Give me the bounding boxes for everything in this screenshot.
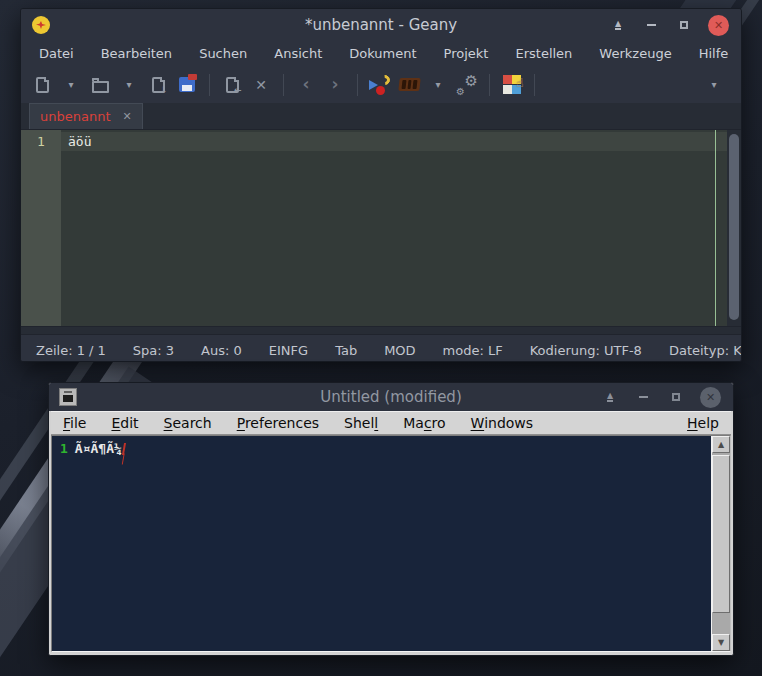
- geany-menubar: Datei Bearbeiten Suchen Ansicht Dokument…: [21, 41, 741, 66]
- save-icon: ↓: [152, 77, 165, 93]
- back-icon: ‹: [302, 76, 309, 93]
- revert-icon: ←: [226, 77, 239, 93]
- scrollbar-thumb[interactable]: [712, 455, 730, 613]
- build-brick-icon: [398, 78, 420, 91]
- menu-dokument[interactable]: Dokument: [340, 44, 425, 63]
- menu-datei[interactable]: Datei: [30, 44, 83, 63]
- build-button[interactable]: [398, 72, 420, 98]
- menu-erstellen[interactable]: Erstellen: [506, 44, 581, 63]
- revert-button[interactable]: ←: [221, 72, 243, 98]
- close-button[interactable]: ✕: [708, 15, 729, 36]
- shade-button[interactable]: ▲: [601, 388, 619, 406]
- toolbar-separator: [534, 74, 535, 96]
- status-encoding: Kodierung: UTF-8: [530, 343, 642, 358]
- nedit-text-editor[interactable]: 1Ã¤Ã¶Ã¼: [52, 436, 711, 651]
- new-document-icon: [36, 77, 49, 93]
- status-modified: MOD: [384, 343, 415, 358]
- minimize-button[interactable]: [642, 16, 660, 34]
- compile-icon: [369, 75, 391, 95]
- menu-preferences[interactable]: Preferences: [237, 415, 319, 431]
- toolbar-separator: [283, 74, 284, 96]
- nedit-scrollbar[interactable]: ▲ ▼: [711, 436, 730, 651]
- navigate-forward-button[interactable]: ›: [324, 72, 346, 98]
- forward-icon: ›: [331, 76, 338, 93]
- scroll-down-icon: ▼: [718, 638, 724, 647]
- menu-search[interactable]: Search: [164, 415, 212, 431]
- nedit-text-area-frame: 1Ã¤Ã¶Ã¼ ▲ ▼: [51, 435, 731, 652]
- color-chooser-button[interactable]: ☝: [501, 72, 523, 98]
- menu-windows[interactable]: Windows: [471, 415, 534, 431]
- tab-close-icon[interactable]: ✕: [123, 110, 132, 123]
- maximize-button[interactable]: [667, 388, 685, 406]
- geany-window: *unbenannt - Geany ▲ ✕ Datei Bearbeiten …: [20, 8, 742, 362]
- save-button[interactable]: ↓: [147, 72, 169, 98]
- open-file-button[interactable]: [89, 72, 111, 98]
- close-icon: ✕: [255, 77, 267, 93]
- menu-werkzeuge[interactable]: Werkzeuge: [590, 44, 680, 63]
- scrollbar-thumb[interactable]: [729, 134, 739, 320]
- menu-help[interactable]: Help: [687, 415, 719, 431]
- minimize-icon: [639, 396, 648, 398]
- new-document-dropdown[interactable]: ▾: [60, 72, 82, 98]
- geany-editor-area[interactable]: 1 äöü: [21, 130, 741, 326]
- menu-ansicht[interactable]: Ansicht: [265, 44, 331, 63]
- execute-button[interactable]: ⚙⚙: [456, 72, 478, 98]
- save-all-button[interactable]: [176, 72, 198, 98]
- geany-toolbar: ▾ ▾ ↓ ← ✕ ‹ › ▾ ⚙⚙ ☝ ▾: [21, 66, 741, 103]
- chevron-down-icon: ▾: [711, 79, 716, 90]
- scroll-down-button[interactable]: ▼: [712, 634, 730, 651]
- horizontal-scroll-strip: [21, 326, 741, 334]
- status-filetype: Dateityp: Keiner ...: [669, 343, 742, 358]
- geany-titlebar[interactable]: *unbenannt - Geany ▲ ✕: [21, 9, 741, 41]
- chevron-down-icon: ▾: [68, 79, 73, 90]
- toolbar-separator: [489, 74, 490, 96]
- minimize-icon: [647, 24, 656, 26]
- geany-text-editor[interactable]: äöü: [61, 130, 727, 326]
- shade-button[interactable]: ▲: [609, 16, 627, 34]
- maximize-icon: [672, 393, 680, 401]
- close-button[interactable]: ✕: [700, 387, 721, 408]
- menu-suchen[interactable]: Suchen: [190, 44, 256, 63]
- navigate-back-button[interactable]: ‹: [295, 72, 317, 98]
- build-dropdown[interactable]: ▾: [427, 72, 449, 98]
- menu-macro[interactable]: Macro: [403, 415, 445, 431]
- status-tab-mode: Tab: [335, 343, 357, 358]
- menu-projekt[interactable]: Projekt: [435, 44, 498, 63]
- pointer-hand-icon: ☝: [516, 76, 523, 90]
- color-chooser-icon: ☝: [503, 75, 522, 94]
- editor-scrollbar[interactable]: [727, 130, 741, 326]
- editor-text: äöü: [61, 130, 727, 151]
- tab-label: unbenannt: [40, 109, 111, 124]
- text-caret: [122, 443, 126, 455]
- open-folder-icon: [92, 81, 109, 93]
- new-document-button[interactable]: [31, 72, 53, 98]
- minimize-button[interactable]: [634, 388, 652, 406]
- nedit-titlebar[interactable]: Untitled (modified) ▲ ✕: [49, 383, 733, 411]
- line-number: 1: [37, 134, 45, 149]
- nedit-menubar: File Edit Search Preferences Shell Macro…: [51, 411, 731, 435]
- menu-edit[interactable]: Edit: [111, 415, 138, 431]
- menu-shell[interactable]: Shell: [344, 415, 378, 431]
- scroll-up-button[interactable]: ▲: [712, 436, 730, 453]
- maximize-button[interactable]: [675, 16, 693, 34]
- shade-icon: ▲: [607, 393, 613, 402]
- compile-button[interactable]: [369, 72, 391, 98]
- open-file-dropdown[interactable]: ▾: [118, 72, 140, 98]
- scroll-up-icon: ▲: [718, 440, 724, 449]
- menu-file[interactable]: File: [63, 415, 86, 431]
- nedit-app-icon: [59, 388, 77, 406]
- line-number: 1: [60, 441, 68, 456]
- chevron-down-icon: ▾: [126, 79, 131, 90]
- geany-statusbar: Zeile: 1 / 1 Spa: 3 Aus: 0 EINFG Tab MOD…: [21, 334, 741, 362]
- status-column: Spa: 3: [133, 343, 174, 358]
- shade-icon: ▲: [615, 21, 621, 30]
- close-file-button[interactable]: ✕: [250, 72, 272, 98]
- status-selection: Aus: 0: [201, 343, 242, 358]
- toolbar-overflow-button[interactable]: ▾: [703, 72, 725, 98]
- menu-bearbeiten[interactable]: Bearbeiten: [92, 44, 181, 63]
- document-tab[interactable]: unbenannt ✕: [29, 103, 143, 129]
- geany-tabbar: unbenannt ✕: [21, 103, 741, 130]
- long-line-marker: [715, 130, 716, 326]
- maximize-icon: [680, 21, 688, 29]
- menu-hilfe[interactable]: Hilfe: [690, 44, 738, 63]
